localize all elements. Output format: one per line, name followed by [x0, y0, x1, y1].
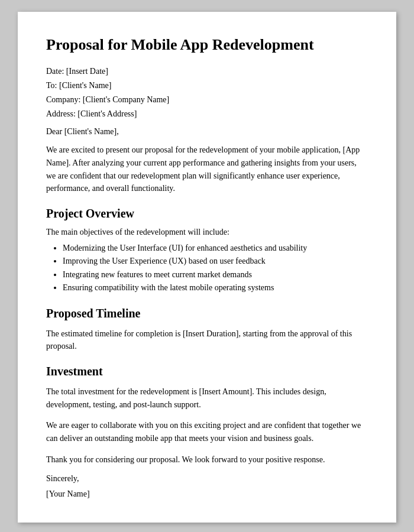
objectives-intro: The main objectives of the redevelopment… — [46, 228, 368, 237]
section-heading-investment: Investment — [46, 365, 368, 378]
address-label: Address: — [46, 109, 76, 118]
investment-paragraph-2: We are eager to collaborate with you on … — [46, 419, 368, 445]
investment-paragraph-1: The total investment for the redevelopme… — [46, 385, 368, 411]
address-value: [Client's Address] — [77, 109, 137, 118]
section-heading-project-overview: Project Overview — [46, 207, 368, 220]
document: Proposal for Mobile App Redevelopment Da… — [18, 12, 396, 523]
timeline-paragraph: The estimated timeline for completion is… — [46, 327, 368, 353]
investment-paragraph-3: Thank you for considering our proposal. … — [46, 453, 368, 466]
company-field: Company: [Client's Company Name] — [46, 95, 368, 105]
company-value: [Client's Company Name] — [83, 95, 169, 104]
intro-paragraph: We are excited to present our proposal f… — [46, 144, 368, 195]
sincerely: Sincerely, — [46, 474, 368, 484]
address-field: Address: [Client's Address] — [46, 109, 368, 119]
date-field: Date: [Insert Date] — [46, 67, 368, 76]
date-value: [Insert Date] — [66, 67, 108, 76]
company-label: Company: — [46, 95, 80, 104]
to-label: To: — [46, 81, 57, 90]
date-label: Date: — [46, 67, 64, 76]
to-value: [Client's Name] — [59, 81, 111, 90]
document-title: Proposal for Mobile App Redevelopment — [46, 35, 368, 54]
list-item: Improving the User Experience (UX) based… — [63, 255, 368, 268]
to-field: To: [Client's Name] — [46, 81, 368, 90]
objectives-list: Modernizing the User Interface (UI) for … — [63, 242, 368, 295]
your-name: [Your Name] — [46, 489, 368, 499]
dear-line: Dear [Client's Name], — [46, 127, 368, 137]
section-heading-proposed-timeline: Proposed Timeline — [46, 307, 368, 320]
list-item: Modernizing the User Interface (UI) for … — [63, 242, 368, 255]
list-item: Integrating new features to meet current… — [63, 268, 368, 281]
list-item: Ensuring compatibility with the latest m… — [63, 281, 368, 294]
